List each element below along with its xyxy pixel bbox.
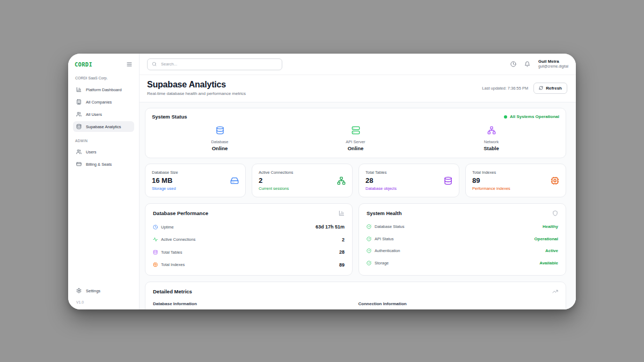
sidebar: CORDI CORDI SaaS Corp. Platform Dashboar… <box>68 54 140 309</box>
main-area: Guil Meira guil@creme.digital Supabase A… <box>140 54 576 309</box>
app-version: V1.0 <box>76 300 131 304</box>
sidebar-item-label: All Users <box>86 112 102 117</box>
page-header-actions: Last updated: 7:36:55 PM Refresh <box>482 83 567 94</box>
perf-row-uptime: Uptime 63d 17h 51m <box>153 224 345 230</box>
page-title: Supabase Analytics <box>147 80 246 90</box>
cpu-icon <box>153 262 158 267</box>
status-item-database: Database Online <box>152 126 288 151</box>
last-updated-text: Last updated: 7:36:55 PM <box>482 86 528 91</box>
status-badge: All Systems Operational <box>504 114 559 119</box>
search-input[interactable] <box>160 61 277 67</box>
cpu-icon <box>551 176 559 185</box>
check-circle-icon <box>367 237 371 241</box>
network-icon <box>337 176 346 185</box>
sidebar-item-platform-dashboard[interactable]: Platform Dashboard <box>73 84 134 95</box>
refresh-icon <box>539 86 543 90</box>
sidebar-logo-row: CORDI <box>73 61 134 68</box>
sidebar-item-label: All Companies <box>86 100 112 105</box>
detail-col-connection-information: Connection Information Active Connection… <box>358 301 559 310</box>
refresh-button-label: Refresh <box>546 86 562 91</box>
org-label: CORDI SaaS Corp. <box>75 76 132 80</box>
sidebar-item-label: Settings <box>86 289 100 293</box>
building-icon <box>76 99 82 105</box>
user-email: guil@creme.digital <box>538 64 568 69</box>
app-window: CORDI CORDI SaaS Corp. Platform Dashboar… <box>68 54 576 309</box>
page-header-text: Supabase Analytics Real-time database he… <box>147 80 246 96</box>
page-header: Supabase Analytics Real-time database he… <box>140 75 576 102</box>
panel-grid: Database Performance Uptime 63d 17h 51m <box>145 203 566 276</box>
sidebar-item-users[interactable]: Users <box>73 146 134 157</box>
sidebar-item-label: Users <box>86 150 97 154</box>
sidebar-item-supabase-analytics[interactable]: Supabase Analytics <box>73 121 134 132</box>
gear-icon <box>76 288 82 293</box>
system-status-card: System Status All Systems Operational Da… <box>145 108 566 158</box>
check-circle-icon <box>367 248 371 253</box>
page-content[interactable]: System Status All Systems Operational Da… <box>140 102 576 309</box>
metric-card-active-connections: Active Connections 2 Current sessions <box>252 164 353 197</box>
user-name: Guil Meira <box>538 59 568 64</box>
health-row-storage: Storage Available <box>367 261 558 265</box>
clock-icon[interactable] <box>510 61 516 67</box>
metric-card-database-size: Database Size 16 MB Storage used <box>145 164 246 197</box>
metrics-grid: Database Size 16 MB Storage used Active … <box>145 164 566 197</box>
hard-drive-icon <box>230 176 239 185</box>
detailed-metrics-card: Detailed Metrics Database Information Da… <box>145 282 566 310</box>
users-icon <box>76 112 82 117</box>
status-item-api-server: API Server Online <box>288 126 423 151</box>
clock-icon <box>153 225 158 230</box>
bar-chart-icon <box>76 87 82 92</box>
page-subtitle: Real-time database health and performanc… <box>147 91 246 96</box>
sidebar-item-label: Supabase Analytics <box>86 124 121 129</box>
sidebar-item-label: Billing & Seats <box>86 162 112 167</box>
user-block[interactable]: Guil Meira guil@creme.digital <box>538 59 568 69</box>
perf-row-active-connections: Active Connections 2 <box>153 237 345 242</box>
refresh-button[interactable]: Refresh <box>533 83 567 94</box>
sidebar-item-all-users[interactable]: All Users <box>73 109 134 120</box>
trending-up-icon <box>552 289 558 294</box>
activity-icon <box>153 237 158 242</box>
database-performance-panel: Database Performance Uptime 63d 17h 51m <box>145 203 353 276</box>
credit-card-icon <box>76 161 82 167</box>
status-dot-icon <box>504 115 507 119</box>
status-item-network: Network Stable <box>423 126 559 151</box>
server-icon <box>352 126 360 135</box>
health-row-database-status: Database Status Healthy <box>367 224 558 229</box>
admin-section-label: ADMIN <box>75 139 132 143</box>
system-health-panel: System Health Database Status Healthy <box>358 203 566 276</box>
search-icon <box>152 62 157 67</box>
brand-logo: CORDI <box>75 61 92 68</box>
health-row-authentication: Authentication Active <box>367 248 558 253</box>
menu-icon[interactable] <box>126 61 133 68</box>
sidebar-item-label: Platform Dashboard <box>86 87 122 92</box>
database-icon <box>216 126 224 135</box>
sidebar-item-billing-seats[interactable]: Billing & Seats <box>73 159 134 169</box>
topbar: Guil Meira guil@creme.digital <box>140 54 576 75</box>
topbar-right: Guil Meira guil@creme.digital <box>510 59 568 69</box>
sidebar-item-all-companies[interactable]: All Companies <box>73 97 134 107</box>
bar-chart-icon <box>339 210 345 216</box>
metric-card-total-indexes: Total Indexes 89 Performance indexes <box>465 164 566 197</box>
network-icon <box>487 126 496 135</box>
database-icon <box>76 124 82 129</box>
database-icon <box>153 250 158 255</box>
bell-icon[interactable] <box>524 61 530 67</box>
check-circle-icon <box>367 261 371 265</box>
detail-col-database-information: Database Information Database Size: 16 M… <box>153 301 353 310</box>
database-icon <box>444 176 452 185</box>
metric-card-total-tables: Total Tables 28 Database objects <box>358 164 459 197</box>
status-grid: Database Online API Server Online Networ… <box>152 126 559 151</box>
search-box[interactable] <box>147 58 282 70</box>
sidebar-item-settings[interactable]: Settings <box>73 285 134 296</box>
perf-row-total-indexes: Total Indexes 89 <box>153 262 345 268</box>
shield-icon <box>552 210 558 216</box>
perf-row-total-tables: Total Tables 28 <box>153 249 345 255</box>
users-icon <box>76 149 82 154</box>
system-status-title: System Status <box>152 114 187 120</box>
check-circle-icon <box>367 224 371 229</box>
health-row-api-status: API Status Operational <box>367 237 558 241</box>
